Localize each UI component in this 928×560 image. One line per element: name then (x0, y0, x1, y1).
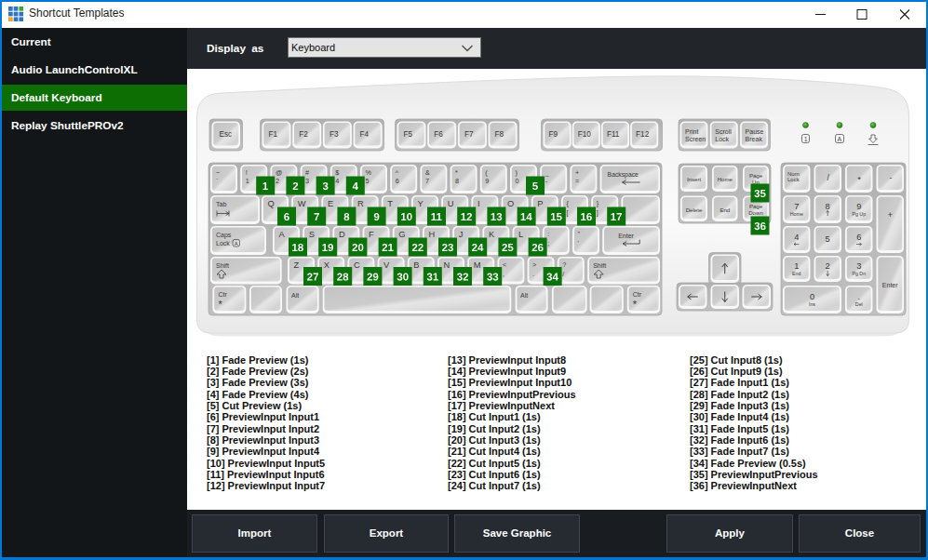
svg-text:Z: Z (294, 260, 300, 270)
svg-text:Break: Break (746, 136, 763, 142)
svg-text:Lock: Lock (787, 177, 800, 182)
svg-text:F5: F5 (404, 130, 413, 139)
svg-text:O: O (507, 199, 514, 208)
svg-text:8: 8 (455, 177, 459, 185)
svg-text:F1: F1 (269, 130, 278, 139)
svg-text:Screen: Screen (685, 136, 706, 142)
svg-text:L: L (518, 230, 523, 239)
svg-text:Ctr: Ctr (633, 291, 642, 298)
svg-text:Insert: Insert (687, 176, 702, 182)
svg-text:Shift: Shift (593, 262, 606, 269)
svg-text:N: N (444, 260, 451, 270)
svg-text:>: > (532, 260, 536, 269)
svg-text:*: * (455, 168, 458, 177)
svg-text:Y: Y (418, 199, 424, 208)
svg-text:F: F (369, 230, 374, 239)
svg-text:F7: F7 (464, 130, 474, 139)
svg-text:~: ~ (216, 168, 220, 177)
svg-text:1: 1 (794, 261, 799, 271)
svg-text:F8: F8 (495, 130, 504, 139)
svg-text:3: 3 (305, 177, 309, 185)
svg-text:Num: Num (787, 171, 800, 177)
svg-text:/: / (562, 270, 564, 278)
svg-text:R: R (357, 199, 364, 208)
svg-text:A: A (837, 136, 841, 142)
svg-text:;: ; (547, 239, 549, 247)
svg-text:6: 6 (856, 233, 861, 242)
svg-text:Shift: Shift (216, 262, 229, 269)
svg-text:9: 9 (485, 177, 489, 185)
svg-text:F9: F9 (549, 130, 558, 139)
svg-text:Print: Print (685, 128, 698, 135)
svg-text:Caps: Caps (216, 232, 232, 239)
svg-text:M: M (474, 260, 481, 270)
svg-text:Down: Down (748, 209, 763, 216)
svg-text:7: 7 (425, 177, 429, 185)
svg-text:Q: Q (268, 199, 275, 208)
svg-text:&: & (425, 168, 430, 177)
svg-text:8: 8 (826, 202, 830, 211)
svg-text:F6: F6 (434, 130, 443, 139)
svg-text:End: End (792, 271, 800, 276)
svg-text:2: 2 (276, 177, 279, 185)
svg-text:*: * (857, 174, 861, 184)
svg-text:F3: F3 (330, 130, 339, 139)
svg-text:K: K (489, 230, 495, 239)
svg-text:@: @ (276, 168, 282, 177)
svg-text:F10: F10 (578, 130, 592, 139)
svg-text:Tab: Tab (216, 201, 226, 207)
svg-text:C: C (354, 260, 360, 270)
svg-text:": " (578, 230, 581, 238)
svg-text:1: 1 (804, 136, 808, 142)
svg-text:B: B (413, 260, 419, 270)
svg-text:Home: Home (790, 211, 803, 217)
svg-text:!: ! (246, 168, 248, 177)
svg-text:Home: Home (718, 176, 733, 182)
svg-text:7: 7 (794, 202, 799, 211)
svg-text:): ) (516, 168, 518, 177)
svg-text:J: J (459, 230, 464, 239)
svg-text:.: . (858, 292, 861, 301)
svg-text:P: P (537, 199, 543, 208)
svg-text:[: [ (567, 208, 569, 217)
svg-text:F4: F4 (360, 130, 370, 139)
svg-text:5: 5 (366, 177, 370, 185)
svg-text:%: % (366, 168, 372, 177)
svg-text::: : (547, 230, 549, 238)
svg-text:.: . (532, 270, 534, 278)
svg-text:-: - (889, 173, 892, 182)
svg-text:Backspace: Backspace (608, 171, 639, 179)
svg-text:2: 2 (826, 261, 830, 271)
svg-text:#: # (305, 168, 309, 177)
svg-text:Del: Del (855, 301, 863, 307)
svg-text:H: H (429, 230, 436, 239)
svg-text:9: 9 (856, 202, 861, 211)
svg-text:*: * (633, 299, 638, 310)
svg-text:Enter: Enter (618, 233, 634, 239)
svg-text:Esc: Esc (220, 130, 233, 139)
svg-text:Alt: Alt (520, 292, 528, 299)
svg-text:U: U (448, 199, 454, 208)
svg-text:Pg Up: Pg Up (852, 211, 866, 217)
svg-text:<: < (503, 260, 506, 269)
svg-text:3: 3 (856, 261, 861, 271)
svg-text:S: S (309, 230, 315, 239)
svg-text:`: ` (216, 177, 218, 185)
svg-text:F11: F11 (607, 130, 620, 139)
svg-text:A: A (279, 230, 286, 239)
svg-text:=: = (575, 177, 579, 185)
svg-text:Lock: Lock (216, 240, 230, 247)
svg-text:$: $ (335, 168, 339, 177)
svg-text:5: 5 (826, 234, 830, 244)
svg-text:F2: F2 (299, 130, 308, 139)
svg-text:End: End (720, 207, 730, 213)
svg-text:]: ] (597, 208, 598, 217)
svg-text:0: 0 (516, 177, 519, 185)
svg-text:4: 4 (794, 233, 799, 242)
svg-text:E: E (328, 199, 333, 208)
svg-text:G: G (398, 230, 405, 239)
svg-text:W: W (298, 199, 306, 208)
svg-text:1: 1 (246, 177, 249, 185)
svg-text:Page: Page (749, 172, 763, 179)
svg-text:F12: F12 (636, 130, 650, 139)
